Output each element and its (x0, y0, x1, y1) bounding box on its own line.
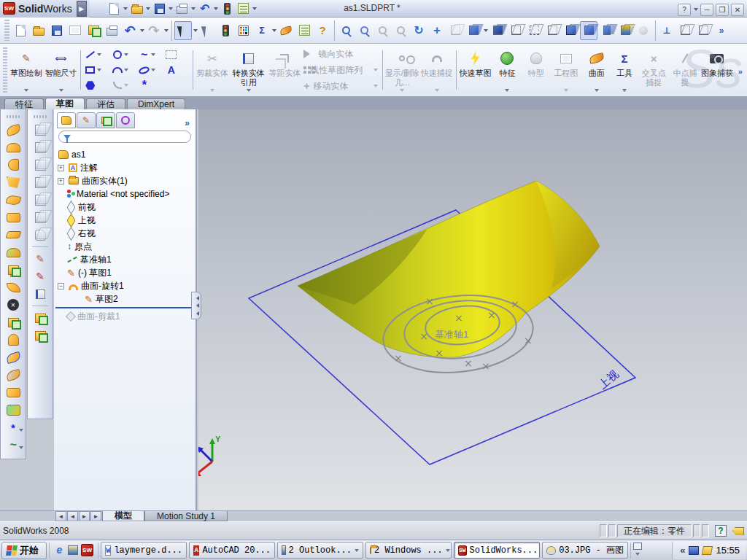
wireframe-plain-button[interactable] (543, 21, 561, 40)
spline-tool[interactable]: ~ (138, 49, 163, 61)
tag-icon[interactable] (732, 527, 744, 535)
tree-item-surface-bodies[interactable]: +曲面实体(1) (55, 174, 196, 187)
boundary-surface-button[interactable] (4, 192, 23, 208)
trim-entities-button[interactable]: ✂ 剪裁实体 (195, 45, 229, 95)
collapse-icon[interactable]: − (58, 283, 64, 289)
undo-dropdown[interactable] (214, 1, 219, 16)
tree-item-axis1[interactable]: 基准轴1 (55, 253, 196, 266)
start-button[interactable]: 开始 (1, 542, 47, 559)
tree-item-sketch1[interactable]: ✎(-) 草图1 (55, 266, 196, 279)
freeform-button[interactable] (4, 244, 23, 260)
tree-item-part[interactable]: as1 (55, 148, 196, 161)
expand-icon[interactable]: + (58, 178, 64, 184)
task-autocad[interactable]: AAutoCAD 20... (189, 542, 275, 559)
tab-sketch[interactable]: 草图 (45, 98, 85, 109)
network-tray-icon[interactable] (689, 546, 699, 555)
offset-entities-button[interactable]: 等距实体 (268, 45, 302, 95)
select-other-button[interactable] (198, 21, 216, 40)
menu-expand-arrow[interactable]: ▶ (77, 1, 87, 17)
circle-tool[interactable] (111, 49, 136, 61)
dimxpert-manager-tab[interactable] (116, 112, 135, 128)
thicken-button[interactable] (4, 402, 23, 418)
shadows-button[interactable] (635, 21, 652, 40)
planar-surface-button[interactable] (4, 227, 23, 243)
measure-button[interactable]: Σ (253, 21, 271, 40)
select-box-tool[interactable] (165, 49, 190, 61)
redo-button[interactable]: ↷ (145, 21, 163, 40)
plane-name-label[interactable]: 上视 (596, 368, 621, 391)
status-help-icon[interactable]: ? (715, 525, 727, 537)
undo-button[interactable]: ↶ (121, 21, 139, 40)
tree-item-surface-revolve1[interactable]: −曲面-旋转1 (55, 279, 196, 292)
shaded-with-edges-button[interactable] (562, 21, 579, 40)
task-paint[interactable]: 03.JPG - 画图 (542, 542, 628, 559)
options-button[interactable] (295, 21, 313, 40)
tree-item-top-plane[interactable]: 上视 (55, 214, 196, 227)
input-method-tray-icon[interactable] (702, 546, 713, 555)
new-document-icon[interactable] (107, 1, 122, 16)
save-dropdown[interactable] (169, 1, 174, 16)
tray-collapse-chevron[interactable]: « (680, 545, 685, 556)
select-dropdown[interactable] (193, 23, 198, 38)
select-button[interactable] (174, 21, 192, 40)
curves-button[interactable]: ~ (4, 437, 23, 453)
help-dropdown[interactable] (693, 2, 698, 17)
print-button[interactable] (103, 21, 120, 40)
outlook-icon[interactable] (68, 545, 78, 555)
midpoint-snap-button[interactable]: 中点捕捉 (670, 45, 700, 95)
untrim-surface-button[interactable] (4, 384, 23, 400)
print-dropdown[interactable] (191, 1, 196, 16)
tree-item-material[interactable]: Material <not specified> (55, 187, 196, 201)
restore-button[interactable]: ❐ (716, 4, 729, 16)
intersection-snap-button[interactable]: × 交叉点捕捉 (638, 45, 670, 95)
undo-icon[interactable]: ↶ (198, 1, 212, 16)
prev-tab-button[interactable]: ◄ (67, 511, 78, 521)
front-view-button[interactable] (31, 122, 50, 138)
solidworks-quicklaunch-icon[interactable]: SW (81, 544, 93, 556)
zoom-to-fit-button[interactable] (355, 21, 373, 40)
hidden-lines-removed-button[interactable] (525, 21, 543, 40)
motion-study-tab[interactable]: Motion Study 1 (144, 511, 228, 521)
rectangle-tool[interactable] (84, 64, 109, 76)
pan-button[interactable]: + (428, 21, 446, 40)
move-entities-button[interactable]: +移动实体 (303, 79, 381, 93)
apply-scene-button[interactable] (676, 21, 694, 40)
tools-button[interactable]: Σ 工具 (611, 45, 638, 95)
feature-manager-tab[interactable] (57, 112, 76, 128)
save-button[interactable] (48, 21, 66, 40)
internet-explorer-icon[interactable]: e (54, 545, 65, 556)
property-manager-tab[interactable]: ✎ (77, 112, 96, 128)
axis-callout-label[interactable]: 基准轴1 (435, 329, 468, 340)
ribbon-grip[interactable] (3, 47, 7, 93)
filled-surface-button[interactable] (4, 209, 23, 225)
tree-item-right-plane[interactable]: 右视 (55, 227, 196, 240)
ribbon-overflow-chevron[interactable]: » (734, 45, 747, 95)
reference-geometry-button[interactable]: * (4, 419, 23, 435)
undo-list-dropdown[interactable] (139, 23, 144, 38)
configuration-manager-tab[interactable] (96, 112, 115, 128)
tree-filter-input[interactable] (74, 133, 186, 141)
toolbar-overflow-chevron[interactable]: » (713, 21, 730, 40)
dimension-button[interactable]: ✎ (31, 268, 50, 284)
tree-item-surface-trim1[interactable]: 曲面-剪裁1 (55, 310, 196, 323)
measure-dropdown[interactable] (271, 23, 276, 38)
offset-surface-button[interactable] (4, 262, 23, 278)
point-tool[interactable]: * (138, 79, 163, 91)
zoom-in-out-button[interactable] (392, 21, 409, 40)
edit-part-button[interactable] (31, 310, 50, 326)
model-tab[interactable]: 模型 (102, 511, 144, 521)
save-icon[interactable] (152, 1, 167, 16)
view-orientation-dropdown[interactable] (483, 23, 488, 38)
tree-item-sketch2[interactable]: ✎草图2 (55, 292, 196, 306)
first-tab-button[interactable]: ◄ (55, 511, 66, 521)
redo-list-dropdown[interactable] (163, 23, 169, 38)
task-outlook-group[interactable]: 2 Outlook... (277, 542, 363, 559)
make-drawing-button[interactable] (66, 21, 84, 40)
drawing-button[interactable]: 工程图 (550, 45, 582, 95)
ellipse-tool[interactable] (138, 64, 163, 76)
edit-color-button[interactable] (235, 21, 252, 40)
arc-tool[interactable] (111, 64, 136, 76)
rotate-view-button[interactable]: ↻ (410, 21, 427, 40)
close-button[interactable]: ✕ (731, 4, 744, 16)
surfaces-button[interactable]: 曲面 (582, 45, 611, 95)
